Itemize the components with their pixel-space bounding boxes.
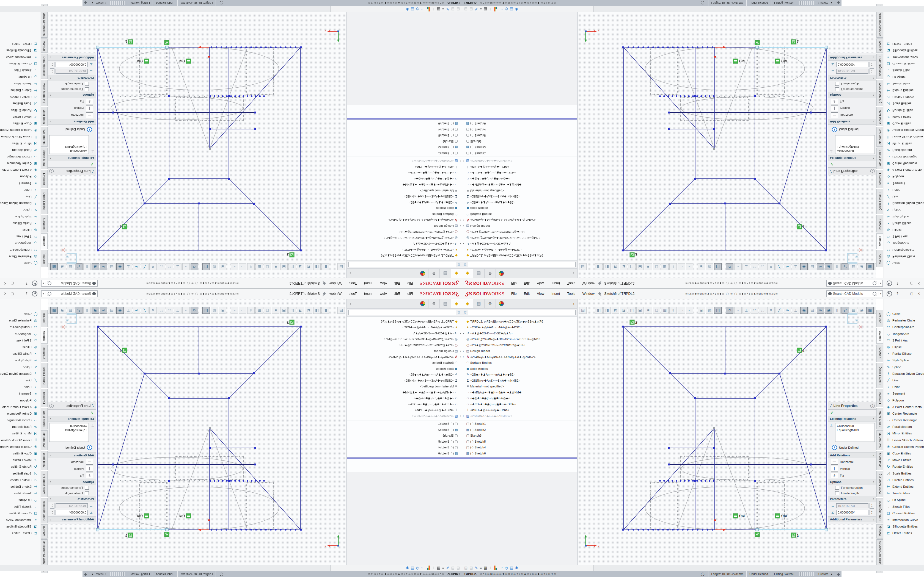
command-tab[interactable]: Sheet Metal xyxy=(41,148,48,169)
panel-toolbar-icon[interactable]: ▤ xyxy=(451,6,454,12)
tree-item-sketch[interactable]: ▢ (-) Sketch4 xyxy=(347,127,462,133)
sketch-tool[interactable]: ⊢ Extend Entities xyxy=(884,483,924,490)
relations-listbox[interactable]: Collinear108Equal length109 xyxy=(835,135,875,154)
tree-item-sketch[interactable]: ▢ (-) Sketch4 xyxy=(462,445,577,451)
tree-item-sketch[interactable]: ▢ Sketch3 xyxy=(347,139,462,145)
sketch-tool[interactable]: ↗ Move Entities xyxy=(0,114,40,120)
checkbox[interactable] xyxy=(85,491,89,495)
sketch-tool[interactable]: ⋈ Mirror Entities xyxy=(0,140,40,147)
tree-item-sketch[interactable]: ▢ (-) Sketch5 xyxy=(462,133,577,139)
menu-item[interactable]: Window xyxy=(330,282,342,285)
close-button[interactable]: ✕ xyxy=(2,281,9,285)
sketch-tool[interactable]: ◯ Circle xyxy=(884,311,924,317)
ok-check-icon[interactable]: ✔ xyxy=(828,410,876,416)
tree-item[interactable]: ◼ Solid Bodies xyxy=(462,366,577,372)
minimize-button[interactable]: — xyxy=(16,292,23,296)
option-row[interactable]: Infinite length xyxy=(48,81,96,87)
menu-item[interactable]: View xyxy=(380,292,387,296)
relations-listbox[interactable]: Collinear108Equal length109 xyxy=(49,135,89,154)
panel-toolbar-icon[interactable]: ◷ xyxy=(416,6,419,12)
tab-configurationmanager[interactable]: ⊕ xyxy=(485,269,496,278)
tree-item[interactable]: ◼ Solid Bodies xyxy=(347,206,462,211)
rollback-bar[interactable] xyxy=(462,118,577,120)
command-tab[interactable]: Sketch xyxy=(876,328,883,344)
relation-button[interactable]: | Vertical xyxy=(828,105,876,112)
sketch-tool[interactable]: ↻ Rotate Entities xyxy=(0,107,40,114)
sketch-tool[interactable]: ≡ Segment xyxy=(884,180,924,187)
relation-button[interactable]: | Vertical xyxy=(828,465,876,472)
sketch-tool[interactable]: ⠿ Linear Sketch Pattern xyxy=(0,134,40,140)
panel-toolbar-icon[interactable]: ✎ xyxy=(446,6,449,12)
help-icon[interactable]: ? xyxy=(871,404,875,408)
menu-item[interactable]: Window xyxy=(582,282,594,285)
tree-item-sketch[interactable]: ▦ (-) Sketch2 xyxy=(462,145,577,151)
length-field[interactable]: 10.88152731 xyxy=(55,503,88,508)
tree-item[interactable]: ◆ TЯPDL2. ◎ƷƐ◎Ш◎◎◎✚◎ƆƆ◎ƷƐ◎◆◎2S◎♟◎ƷƐ xyxy=(462,318,577,324)
tree-item-sketch[interactable]: ▦ (-) Sketch6 xyxy=(462,121,577,127)
sketch-tool[interactable]: ⊿ Stretch Entities xyxy=(0,477,40,483)
panel-toolbar-icon[interactable]: ≡ xyxy=(480,6,482,12)
relation-button[interactable]: — Horizontal xyxy=(48,112,96,119)
tab-propertymanager[interactable]: ▤ xyxy=(439,269,451,278)
command-tab[interactable]: Data Migration xyxy=(41,498,48,524)
sketch-tool[interactable]: ▭ Corner Rectangle xyxy=(884,417,924,424)
relation-item[interactable]: Equal length109 xyxy=(51,145,87,149)
tab-featuremanager[interactable]: ◆ xyxy=(451,269,462,278)
search-box[interactable]: Search CAD Models ▾ xyxy=(41,280,98,287)
sketch-tool[interactable]: ╱ Line xyxy=(0,377,40,384)
menu-item[interactable]: Insert xyxy=(364,292,373,296)
sketch-tool[interactable]: ⋈ Mirror Entities xyxy=(884,140,924,147)
tree-item[interactable]: Σ ○2SИN◎◦✚A∩Ɛ○◦○Ɛ∩A✚◦◎NИS2○ xyxy=(462,377,577,384)
panel-toolbar-icon[interactable]: ✱ xyxy=(406,6,409,12)
relations-listbox[interactable]: Collinear108Equal length109 xyxy=(49,423,89,442)
command-tab[interactable]: Mold Tools xyxy=(41,451,48,470)
checkbox[interactable] xyxy=(835,486,839,490)
sketch-tool[interactable]: ◯ Circle xyxy=(0,311,40,317)
tree-item[interactable]: ✎ ○2S◆∩✱♟Am○◦○mA♟✱∩◆S2○ xyxy=(347,372,462,378)
tree-item-sketch[interactable]: ▢ (-) Sketch5 xyxy=(462,438,577,445)
help-button[interactable]: ? xyxy=(894,281,901,285)
sketch-tool[interactable]: ⋈ Mirror Entities xyxy=(0,430,40,437)
sketch-tool[interactable]: ◔ Partial Ellipse xyxy=(0,220,40,227)
panel-toolbar-icon[interactable]: ◷ xyxy=(505,565,508,571)
menu-item[interactable]: Edit xyxy=(394,292,401,296)
angle-field[interactable]: 0.00000000° xyxy=(55,510,88,515)
filter-input[interactable] xyxy=(468,309,575,315)
section-add-relations[interactable]: Add Relations∧ xyxy=(48,119,96,125)
expand-arrow-icon[interactable]: ▸ xyxy=(459,332,462,334)
menu-item[interactable]: Edit xyxy=(524,292,530,296)
sketch-tool[interactable]: ▱ Parallelogram xyxy=(884,147,924,153)
tree-item[interactable]: ≡ Material <not specified> xyxy=(462,188,577,194)
tab-featuremanager[interactable]: ◆ xyxy=(462,269,473,278)
sketch-tool[interactable]: ◇ Polygon xyxy=(0,173,40,180)
panel-toolbar-icon[interactable]: ✱ xyxy=(406,565,409,571)
sketch-tool[interactable]: ⊏ Offset Entities xyxy=(0,41,40,47)
sketch-tool[interactable]: ◈ 3 Point Center Recta... xyxy=(0,404,40,410)
sketch-tool[interactable]: ◎ Perimeter Circle xyxy=(0,317,40,324)
sketch-tool[interactable]: ▣ Center Rectangle xyxy=(0,160,40,167)
sketch-tool[interactable]: ↗ Move Entities xyxy=(884,457,924,463)
tree-item[interactable]: ▸ ▤ Design Binder xyxy=(347,348,462,354)
command-tab[interactable]: Surfaces xyxy=(876,215,883,232)
menu-item[interactable]: Tools xyxy=(349,282,357,285)
tree-item[interactable]: ≡ Material <not specified> xyxy=(347,188,462,194)
angle-spinner[interactable]: ▲▼ xyxy=(869,62,874,67)
angle-field[interactable]: 0.00000000° xyxy=(836,62,869,67)
sketch-tool[interactable]: ∿ Spline xyxy=(884,206,924,213)
section-existing-relations[interactable]: Existing Relations∧ xyxy=(48,155,96,161)
menu-item[interactable]: File xyxy=(511,292,517,296)
minimize-button[interactable]: — xyxy=(16,281,23,285)
tree-item[interactable]: ▸ ↺ ○Λ♟◎✚2S◦Ɛ○◦○Ɛ◦S2✚◎♟Λ○ xyxy=(462,241,577,247)
tree-item-sketch[interactable]: ▢ (-) Sketch1 xyxy=(462,421,577,427)
tree-item[interactable]: ◷ ○2S♟◎2SИNƐ2S○◦○S2ƐNИS2◎♟S2○ xyxy=(347,342,462,348)
tab-propertymanager[interactable]: ▤ xyxy=(439,299,451,308)
section-parameters[interactable]: Parameters∧ xyxy=(828,75,876,81)
sketch-tool[interactable]: ◻ Convert Entities xyxy=(884,60,924,67)
account-icon[interactable] xyxy=(887,281,892,286)
relation-button[interactable]: ⚓ Fix xyxy=(48,98,96,105)
expand-arrow-icon[interactable]: ▸ xyxy=(459,219,462,221)
sketch-tool[interactable]: ▣ Copy Entities xyxy=(0,450,40,457)
section-options[interactable]: Options∧ xyxy=(828,92,876,98)
help-icon[interactable]: ? xyxy=(49,404,53,408)
tree-item[interactable]: ★ ○2SƐ✚◦♟◎ΛAΦ○◦○ΦAΛ◎♟◦✚ƐS2○ xyxy=(347,247,462,253)
